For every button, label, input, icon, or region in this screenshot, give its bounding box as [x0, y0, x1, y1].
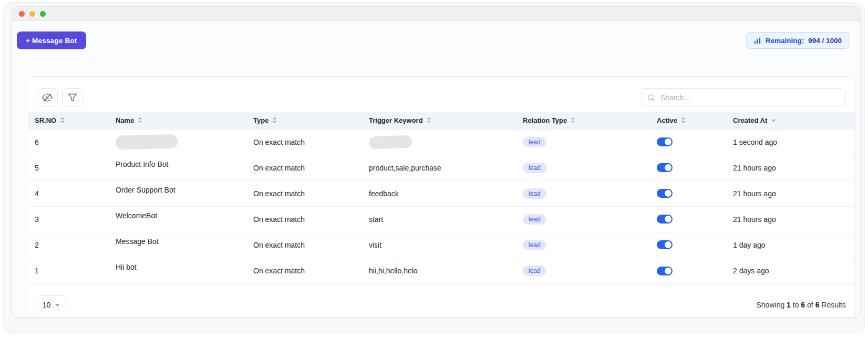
sort-icon	[59, 117, 65, 123]
results-summary-text: to	[793, 301, 799, 309]
window-titlebar	[12, 7, 860, 21]
page-size-select[interactable]: 10	[37, 295, 66, 314]
active-toggle[interactable]	[657, 189, 673, 198]
cell-relation-type: lead	[516, 258, 650, 283]
column-label: Type	[253, 116, 268, 124]
results-summary-text: Results	[821, 301, 846, 309]
column-header-created-at[interactable]: Created At	[727, 112, 854, 129]
active-toggle[interactable]	[657, 163, 673, 172]
active-toggle[interactable]	[657, 215, 673, 224]
page-content: + Message Bot Remaining: 994 / 1000	[12, 21, 860, 317]
cell-active	[650, 258, 727, 283]
column-header-type[interactable]: Type	[247, 112, 363, 129]
cell-created-at: 21 hours ago	[727, 155, 854, 180]
cell-relation-type: lead	[516, 232, 650, 258]
cell-type: On exact match	[247, 258, 363, 283]
cell-trigger-keyword	[363, 129, 516, 155]
zoom-window-button[interactable]	[40, 11, 46, 17]
column-label: Name	[116, 116, 134, 124]
cell-active	[650, 206, 727, 232]
page: + Message Bot Remaining: 994 / 1000	[0, 0, 868, 340]
add-message-bot-button[interactable]: + Message Bot	[17, 31, 86, 49]
cell-type: On exact match	[247, 155, 363, 180]
relation-type-badge: lead	[523, 265, 546, 276]
cell-created-at: 21 hours ago	[727, 206, 854, 232]
table-row: 4 Order Support Bot On exact match feedb…	[28, 180, 854, 206]
results-from: 1	[787, 301, 791, 309]
cell-sr-no: 4	[28, 180, 109, 206]
column-header-name[interactable]: Name	[109, 112, 247, 129]
cell-sr-no: 5	[28, 155, 109, 180]
cell-name: Hii bot	[109, 258, 247, 283]
remaining-quota-badge: Remaining: 994 / 1000	[746, 32, 849, 49]
cell-created-at: 1 second ago	[727, 129, 854, 155]
cell-active	[650, 155, 727, 180]
cell-sr-no: 2	[28, 232, 109, 258]
outer-frame: + Message Bot Remaining: 994 / 1000	[3, 2, 865, 334]
table-row: 5 Product Info Bot On exact match produc…	[28, 155, 854, 180]
column-header-relation-type[interactable]: Relation Type	[516, 112, 650, 129]
cell-type: On exact match	[247, 180, 363, 206]
search-icon	[647, 93, 655, 102]
cell-name: Order Support Bot	[109, 180, 247, 206]
search-input[interactable]	[641, 88, 846, 107]
active-toggle[interactable]	[657, 240, 673, 249]
browser-window: + Message Bot Remaining: 994 / 1000	[12, 6, 861, 317]
filter-button[interactable]	[62, 88, 83, 107]
cell-type: On exact match	[247, 232, 363, 258]
column-label: Trigger Keyword	[369, 116, 423, 124]
results-total: 6	[815, 301, 820, 309]
cell-relation-type: lead	[516, 129, 650, 155]
sort-icon	[272, 117, 277, 123]
sort-icon	[680, 117, 686, 123]
cell-relation-type: lead	[516, 206, 650, 232]
bots-table: SR.NONameTypeTrigger KeywordRelation Typ…	[28, 112, 854, 283]
column-label: Relation Type	[523, 116, 567, 124]
search-box	[641, 88, 846, 107]
relation-type-badge: lead	[523, 163, 546, 173]
cell-sr-no: 6	[28, 129, 109, 155]
cell-name: Product Info Bot	[109, 155, 247, 180]
results-summary-text: of	[807, 301, 813, 309]
cell-type: On exact match	[247, 206, 363, 232]
column-header-active[interactable]: Active	[650, 112, 727, 129]
table-toolbar-buttons	[37, 88, 83, 107]
sort-icon	[570, 117, 576, 123]
remaining-label: Remaining:	[766, 37, 804, 45]
table-row: 3 WelcomeBot On exact match start lead 2…	[28, 206, 854, 232]
minimize-window-button[interactable]	[29, 11, 35, 17]
relation-type-badge: lead	[523, 137, 546, 147]
cell-active	[650, 232, 727, 258]
table-row: 1 Hii bot On exact match hii,hi,hello,he…	[28, 258, 854, 283]
sort-icon	[426, 117, 432, 123]
table-row: 2 Message Bot On exact match visit lead …	[28, 232, 854, 258]
toggle-columns-button[interactable]	[37, 88, 58, 107]
active-toggle[interactable]	[657, 137, 673, 146]
cell-relation-type: lead	[516, 155, 650, 180]
results-to: 6	[801, 301, 805, 309]
results-summary: Showing 1 to 6 of 6 Results	[757, 301, 846, 309]
cell-name: Message Bot	[109, 232, 247, 258]
remaining-value: 994 / 1000	[808, 37, 842, 45]
cell-trigger-keyword: start	[363, 206, 516, 232]
cell-trigger-keyword: visit	[363, 232, 516, 258]
cell-sr-no: 3	[28, 206, 109, 232]
chevron-down-icon	[54, 302, 60, 308]
close-window-button[interactable]	[19, 11, 25, 17]
top-action-bar: + Message Bot Remaining: 994 / 1000	[12, 21, 860, 49]
table-toolbar	[28, 77, 854, 112]
bar-chart-icon	[753, 37, 761, 45]
column-header-trigger-keyword[interactable]: Trigger Keyword	[363, 112, 516, 129]
table-row: 6 On exact match lead 1 second ago	[28, 129, 854, 155]
cell-created-at: 1 day ago	[727, 232, 854, 258]
cell-trigger-keyword: hii,hi,hello,helo	[363, 258, 516, 283]
table-header-row: SR.NONameTypeTrigger KeywordRelation Typ…	[28, 112, 854, 129]
column-label: Active	[657, 116, 677, 124]
cell-trigger-keyword: product,sale,purchase	[363, 155, 516, 180]
cell-created-at: 21 hours ago	[727, 180, 854, 206]
filter-icon	[68, 93, 77, 102]
column-header-sr-no[interactable]: SR.NO	[28, 112, 109, 129]
page-size-value: 10	[43, 301, 51, 309]
active-toggle[interactable]	[657, 267, 673, 275]
cell-name	[109, 129, 247, 155]
